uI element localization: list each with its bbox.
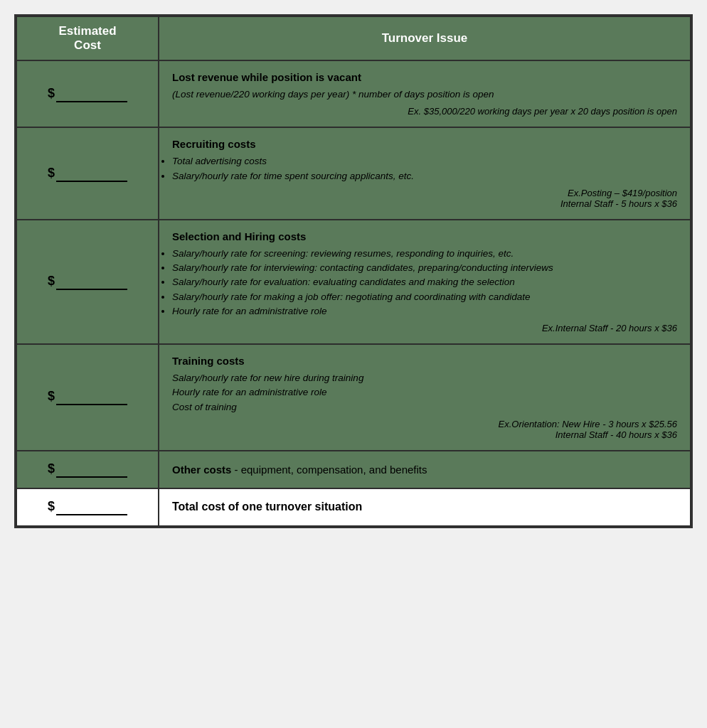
extra-example-line: Internal Staff - 5 hours x $36 [172,198,677,209]
row-3: $ Training costsSalary/hourly rate for n… [16,344,691,451]
cost-amount-2[interactable] [56,274,127,290]
dollar-sign-2: $ [48,274,127,288]
row-4: $ Other costs - equipment, compensation,… [16,451,691,488]
header-row: Estimated Cost Turnover Issue [16,16,691,60]
issue-body-3: Salary/hourly rate for new hire during t… [172,371,677,414]
header-estimated-cost: Estimated Cost [16,16,159,60]
example-0: Ex. $35,000/220 working days per year x … [172,106,677,117]
turnover-cost-table: Estimated Cost Turnover Issue $ Lost rev… [16,16,691,527]
issue-body-0: (Lost revenue/220 working days per year)… [172,87,677,102]
cost-cell-3: $ [16,344,159,451]
body-line: (Lost revenue/220 working days per year)… [172,87,677,102]
bullet-list-2: Salary/hourly rate for screening: review… [172,247,677,318]
total-dollar-sign: $ [48,499,127,513]
bullet-item: Hourly rate for an administrative role [172,304,677,318]
issue-title-0: Lost revenue while position is vacant [172,71,677,83]
cost-amount-1[interactable] [56,166,127,182]
cost-cell-1: $ [16,127,159,220]
issue-cell-3: Training costsSalary/hourly rate for new… [159,344,691,451]
bullet-list-1: Total advertising costsSalary/hourly rat… [172,154,677,183]
main-table-container: Estimated Cost Turnover Issue $ Lost rev… [14,14,693,528]
dollar-sign-0: $ [48,86,127,100]
cost-amount-4[interactable] [56,461,127,478]
extra-examples-2: Ex.Internal Staff - 20 hours x $36 [172,323,677,333]
row-1: $ Recruiting costsTotal advertising cost… [16,127,691,220]
total-row: $ Total cost of one turnover situation [16,488,691,526]
issue-cell-0: Lost revenue while position is vacant(Lo… [159,60,691,127]
extra-example-line: Ex.Internal Staff - 20 hours x $36 [172,323,677,333]
issue-title-1: Recruiting costs [172,138,677,150]
cost-cell-2: $ [16,220,159,344]
row-0: $ Lost revenue while position is vacant(… [16,60,691,127]
dollar-sign-3: $ [48,389,127,403]
bullet-item: Salary/hourly rate for evaluation: evalu… [172,275,677,289]
extra-example-line: Ex.Orientation: New Hire - 3 hours x $25… [172,419,677,429]
bullet-item: Total advertising costs [172,154,677,168]
dollar-sign-1: $ [48,166,127,180]
cost-cell-0: $ [16,60,159,127]
bullet-item: Salary/hourly rate for making a job offe… [172,290,677,304]
cost-amount-3[interactable] [56,389,127,405]
dollar-sign-4: $ [48,461,127,476]
total-label: Total cost of one turnover situation [172,500,362,513]
row-2: $ Selection and Hiring costsSalary/hourl… [16,220,691,344]
extra-example-line: Internal Staff - 40 hours x $36 [172,429,677,440]
issue-cell-1: Recruiting costsTotal advertising costsS… [159,127,691,220]
body-line: Cost of training [172,400,677,414]
issue-title-4: Other costs - equipment, compensation, a… [172,464,427,476]
body-line: Salary/hourly rate for new hire during t… [172,371,677,385]
bullet-item: Salary/hourly rate for screening: review… [172,247,677,261]
extra-examples-1: Ex.Posting – $419/positionInternal Staff… [172,188,677,209]
extra-example-line: Ex.Posting – $419/position [172,188,677,198]
bullet-item: Salary/hourly rate for time spent sourci… [172,169,677,183]
header-turnover-issue: Turnover Issue [159,16,691,60]
cost-cell-4: $ [16,451,159,488]
total-amount[interactable] [56,499,127,515]
cost-amount-0[interactable] [56,86,127,102]
total-label-cell: Total cost of one turnover situation [159,488,691,526]
bullet-item: Salary/hourly rate for interviewing: con… [172,261,677,275]
extra-examples-3: Ex.Orientation: New Hire - 3 hours x $25… [172,419,677,440]
issue-title-2: Selection and Hiring costs [172,230,677,242]
total-cost-cell: $ [16,488,159,526]
issue-cell-2: Selection and Hiring costsSalary/hourly … [159,220,691,344]
issue-cell-4: Other costs - equipment, compensation, a… [159,451,691,488]
issue-title-3: Training costs [172,355,677,367]
body-line: Hourly rate for an administrative role [172,385,677,400]
